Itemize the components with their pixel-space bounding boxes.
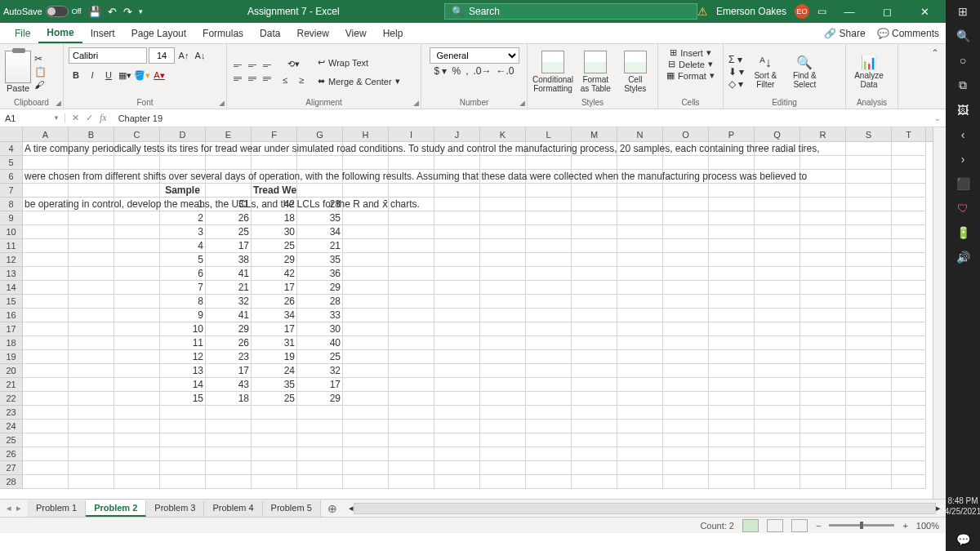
row-header[interactable]: 12	[0, 253, 23, 267]
decrease-indent-icon[interactable]: ≤	[278, 73, 292, 87]
cell[interactable]: 26	[252, 295, 297, 309]
cell[interactable]	[297, 447, 343, 461]
cell[interactable]	[480, 239, 526, 253]
search-input[interactable]: 🔍 Search	[444, 3, 697, 20]
cell[interactable]	[892, 156, 926, 170]
cell[interactable]	[23, 211, 69, 225]
cell[interactable]	[800, 420, 846, 433]
cell[interactable]: 36	[297, 267, 343, 281]
cell[interactable]	[297, 170, 343, 184]
cell[interactable]	[69, 420, 114, 433]
task-view-icon[interactable]: ⧉	[959, 78, 967, 92]
cell[interactable]	[389, 461, 434, 475]
cell[interactable]: 4	[160, 239, 206, 253]
cell[interactable]	[252, 461, 297, 475]
cell[interactable]	[114, 392, 160, 406]
cell[interactable]: 35	[297, 253, 343, 267]
cell[interactable]	[389, 420, 434, 433]
cell[interactable]	[69, 447, 114, 461]
cell[interactable]: 9	[160, 309, 206, 322]
cell[interactable]	[663, 170, 709, 184]
cell[interactable]	[846, 336, 892, 350]
cell[interactable]	[755, 295, 800, 309]
cell[interactable]	[389, 350, 434, 364]
cell[interactable]	[892, 267, 926, 281]
cell[interactable]	[23, 142, 69, 156]
column-header[interactable]: E	[206, 127, 252, 141]
row-header[interactable]: 4	[0, 142, 23, 156]
cell[interactable]	[252, 156, 297, 170]
cell[interactable]	[434, 184, 480, 198]
cell[interactable]	[572, 142, 617, 156]
cell[interactable]	[617, 420, 663, 433]
cell[interactable]	[23, 267, 69, 281]
maximize-button[interactable]: ◻	[872, 6, 902, 18]
cell[interactable]	[23, 253, 69, 267]
cell[interactable]: 42	[252, 198, 297, 211]
row-header[interactable]: 9	[0, 211, 23, 225]
cell[interactable]	[69, 433, 114, 447]
cell[interactable]	[892, 475, 926, 489]
cell[interactable]	[480, 184, 526, 198]
cell[interactable]: Sample	[160, 184, 206, 198]
cell[interactable]	[892, 184, 926, 198]
cell[interactable]	[846, 392, 892, 406]
cell[interactable]	[343, 420, 389, 433]
cell[interactable]	[389, 156, 434, 170]
paste-icon[interactable]	[5, 51, 31, 83]
cell[interactable]: 25	[252, 392, 297, 406]
cell[interactable]	[709, 225, 755, 239]
cell[interactable]	[114, 184, 160, 198]
row-header[interactable]: 7	[0, 184, 23, 198]
avatar[interactable]: EO	[795, 4, 809, 19]
cell[interactable]	[343, 211, 389, 225]
cell[interactable]	[23, 336, 69, 350]
row-header[interactable]: 21	[0, 378, 23, 392]
clipboard-launcher-icon[interactable]: ◢	[56, 99, 61, 107]
cell[interactable]	[297, 184, 343, 198]
cell[interactable]	[23, 239, 69, 253]
cell[interactable]	[800, 447, 846, 461]
column-header[interactable]: O	[663, 127, 709, 141]
cell[interactable]	[800, 433, 846, 447]
column-header[interactable]: Q	[755, 127, 800, 141]
cell[interactable]	[709, 267, 755, 281]
cell[interactable]	[617, 156, 663, 170]
cell[interactable]	[343, 281, 389, 295]
cell[interactable]	[160, 461, 206, 475]
cell[interactable]	[846, 433, 892, 447]
cell[interactable]	[434, 295, 480, 309]
cell[interactable]: 30	[252, 225, 297, 239]
cell[interactable]	[434, 253, 480, 267]
cell[interactable]	[800, 156, 846, 170]
cell[interactable]	[892, 239, 926, 253]
cell[interactable]	[480, 309, 526, 322]
cell[interactable]: 25	[252, 239, 297, 253]
cell[interactable]	[343, 392, 389, 406]
cell[interactable]	[343, 225, 389, 239]
cut-icon[interactable]: ✂	[34, 53, 47, 64]
cell[interactable]	[892, 350, 926, 364]
cell[interactable]	[23, 406, 69, 420]
cell[interactable]	[343, 322, 389, 336]
cell[interactable]	[663, 225, 709, 239]
cell[interactable]: 2	[160, 211, 206, 225]
increase-decimal-button[interactable]: .0→	[474, 65, 492, 77]
cell[interactable]	[663, 253, 709, 267]
column-header[interactable]: M	[572, 127, 617, 141]
cell[interactable]	[434, 211, 480, 225]
cell[interactable]: 43	[206, 378, 252, 392]
cell[interactable]	[526, 378, 572, 392]
column-header[interactable]: K	[480, 127, 526, 141]
cell[interactable]	[800, 253, 846, 267]
cell[interactable]	[480, 156, 526, 170]
column-header[interactable]: B	[69, 127, 114, 141]
row-header[interactable]: 24	[0, 420, 23, 433]
cell[interactable]	[709, 198, 755, 211]
cell[interactable]	[846, 364, 892, 378]
cell[interactable]	[434, 447, 480, 461]
cell[interactable]: 32	[297, 364, 343, 378]
cell[interactable]	[617, 475, 663, 489]
cell[interactable]	[480, 475, 526, 489]
cell[interactable]: 28	[297, 295, 343, 309]
